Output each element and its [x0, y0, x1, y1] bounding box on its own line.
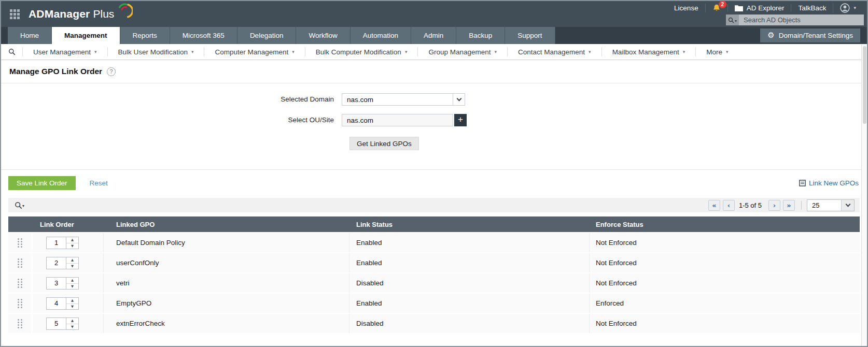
tab-management[interactable]: Management [52, 27, 120, 44]
tab-automation[interactable]: Automation [351, 27, 411, 44]
page-size-select[interactable]: 25 [807, 199, 855, 211]
link-order-input[interactable] [47, 318, 66, 329]
user-menu[interactable]: ▾ [833, 3, 863, 13]
subnav-search-button[interactable] [1, 48, 22, 55]
tab-microsoft-365[interactable]: Microsoft 365 [170, 27, 237, 44]
tab-reports[interactable]: Reports [120, 27, 170, 44]
table-search-button[interactable]: ▾ [15, 201, 24, 209]
drag-handle[interactable] [8, 294, 31, 313]
link-status-cell: Enabled [349, 253, 590, 272]
drag-dots-icon [18, 258, 22, 268]
last-page-button[interactable]: » [783, 200, 795, 211]
tab-admin[interactable]: Admin [411, 27, 456, 44]
drag-handle[interactable] [8, 253, 31, 272]
search-icon [8, 48, 16, 55]
subnav-item-bulk-user-modification[interactable]: Bulk User Modification▾ [107, 47, 204, 56]
chevron-down-icon: ▾ [683, 49, 685, 54]
spin-up-icon[interactable]: ▲ [66, 278, 78, 283]
link-order-input[interactable] [47, 298, 66, 309]
link-gpo-icon [799, 180, 806, 186]
spin-down-icon[interactable]: ▼ [66, 263, 78, 269]
management-subnav: User Management▾ Bulk User Modification▾… [1, 44, 867, 60]
tab-delegation[interactable]: Delegation [237, 27, 297, 44]
enforce-status-cell: Not Enforced [590, 259, 860, 267]
selected-domain-input[interactable] [342, 93, 453, 106]
table-row: ▲▼ vetri Disabled Not Enforced [8, 273, 860, 293]
subnav-label: More [706, 48, 722, 56]
link-new-gpos-link[interactable]: Link New GPOs [799, 179, 859, 187]
save-link-order-button[interactable]: Save Link Order [8, 176, 76, 190]
subnav-item-user-management[interactable]: User Management▾ [22, 47, 107, 56]
notification-badge: 2 [719, 1, 726, 8]
spin-up-icon[interactable]: ▲ [66, 318, 78, 324]
drag-handle[interactable] [8, 314, 31, 333]
subnav-item-group-management[interactable]: Group Management▾ [417, 47, 507, 56]
previous-page-button[interactable]: ‹ [723, 200, 735, 211]
subnav-item-contact-management[interactable]: Contact Management▾ [507, 47, 601, 56]
search-scope-button[interactable]: ▾ [726, 15, 739, 25]
folder-icon [735, 5, 743, 11]
spin-up-icon[interactable]: ▲ [66, 298, 78, 303]
subnav-label: Mailbox Management [612, 48, 679, 56]
subnav-item-more[interactable]: More▾ [695, 47, 738, 56]
talkback-link[interactable]: TalkBack [791, 4, 833, 12]
gpo-link-order-table: Link Order Linked GPO Link Status Enforc… [8, 216, 860, 333]
subnav-label: Computer Management [215, 48, 288, 56]
link-order-input[interactable] [47, 278, 66, 289]
ad-explorer-link[interactable]: AD Explorer [727, 4, 791, 12]
chevron-down-icon: ▾ [726, 49, 729, 54]
get-linked-gpos-button[interactable]: Get Linked GPOs [349, 137, 419, 150]
spin-up-icon[interactable]: ▲ [66, 257, 78, 263]
link-status-cell: Enabled [349, 233, 590, 252]
drag-handle[interactable] [8, 273, 31, 293]
linked-gpo-cell: extnErrorCheck [104, 314, 349, 333]
tab-workflow[interactable]: Workflow [296, 27, 350, 44]
spin-down-icon[interactable]: ▼ [66, 243, 78, 249]
drag-handle[interactable] [8, 233, 31, 252]
first-page-button[interactable]: « [708, 200, 720, 211]
link-order-input[interactable] [47, 237, 66, 249]
main-nav-tabs: Home Management Reports Microsoft 365 De… [1, 27, 867, 44]
spin-down-icon[interactable]: ▼ [66, 303, 78, 310]
table-toolbar: ▾ « ‹ 1-5 of 5 › » 25 [8, 198, 860, 212]
tab-backup[interactable]: Backup [456, 27, 505, 44]
subnav-item-mailbox-management[interactable]: Mailbox Management▾ [601, 47, 696, 56]
reset-link[interactable]: Reset [90, 179, 108, 187]
vertical-scrollbar[interactable] [861, 45, 867, 346]
subnav-item-bulk-computer-modification[interactable]: Bulk Computer Modification▾ [305, 47, 418, 56]
page-size-value: 25 [807, 200, 841, 211]
link-new-gpos-label: Link New GPOs [809, 179, 859, 187]
add-ou-button[interactable]: + [454, 114, 467, 126]
brand-swoosh-icon [115, 2, 133, 19]
link-order-spinner: ▲▼ [46, 317, 79, 330]
scrollbar-thumb[interactable] [863, 46, 866, 124]
spin-down-icon[interactable]: ▼ [66, 283, 78, 290]
tab-home[interactable]: Home [8, 27, 52, 44]
link-status-cell: Enabled [349, 294, 590, 313]
top-links: License 2 AD Explorer TalkBack [667, 2, 863, 13]
page-size-dropdown-button[interactable] [841, 200, 854, 211]
chevron-down-icon: ▾ [94, 49, 97, 54]
domain-dropdown-button[interactable] [453, 93, 465, 106]
spin-down-icon[interactable]: ▼ [66, 324, 78, 330]
chevron-down-icon: ▾ [589, 49, 591, 54]
help-icon[interactable]: ? [107, 67, 116, 76]
domain-tenant-settings-button[interactable]: ⚙ Domain/Tenant Settings [760, 28, 860, 42]
ou-site-input[interactable] [342, 114, 453, 126]
chevron-down-icon: ▾ [22, 204, 24, 208]
apps-grid-icon[interactable] [10, 9, 20, 19]
subnav-item-computer-management[interactable]: Computer Management▾ [204, 47, 304, 56]
notifications-button[interactable]: 2 [705, 4, 727, 12]
next-page-button[interactable]: › [768, 200, 780, 211]
tab-support[interactable]: Support [505, 27, 555, 44]
license-link[interactable]: License [667, 4, 705, 12]
chevron-down-icon: ▾ [405, 49, 408, 54]
table-row: ▲▼ EmptyGPO Enabled Enforced [8, 294, 860, 313]
subnav-label: Group Management [428, 48, 491, 56]
linked-gpo-cell: EmptyGPO [104, 294, 349, 313]
ad-explorer-label: AD Explorer [747, 4, 785, 12]
link-order-input[interactable] [47, 257, 66, 269]
search-ad-objects-input[interactable] [739, 15, 864, 25]
column-header-enforce-status: Enforce Status [590, 221, 860, 228]
spin-up-icon[interactable]: ▲ [66, 237, 78, 243]
